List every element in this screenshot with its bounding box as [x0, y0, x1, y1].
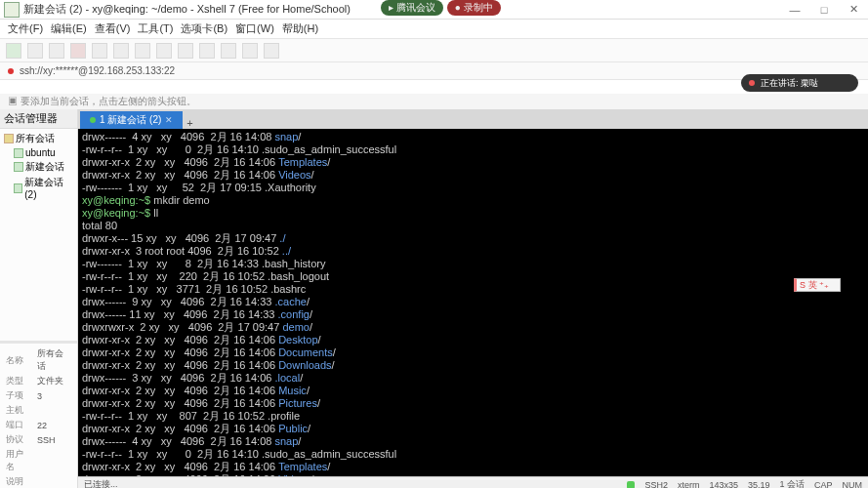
session-icon — [14, 162, 23, 172]
connection-status-icon — [8, 68, 14, 74]
status-term: xterm — [678, 480, 700, 489]
menu-bar: 文件(F) 编辑(E) 查看(V) 工具(T) 选项卡(B) 窗口(W) 帮助(… — [0, 20, 868, 39]
hint-text: ▣ 要添加当前会话，点击左侧的箭头按钮。 — [8, 95, 196, 108]
voice-dot-icon — [749, 80, 755, 86]
status-ssh: SSH2 — [644, 480, 668, 489]
copy-icon[interactable] — [92, 43, 107, 59]
status-lamp-icon — [627, 481, 635, 489]
tab-session[interactable]: 1 新建会话 (2) ✕ — [80, 111, 183, 129]
menu-file[interactable]: 文件(F) — [6, 21, 45, 36]
session-tree[interactable]: 所有会话 ubuntu 新建会话 新建会话 (2) — [0, 129, 77, 341]
menu-help[interactable]: 帮助(H) — [280, 21, 320, 36]
tab-status-icon — [90, 117, 96, 123]
status-pos: 35,19 — [748, 480, 770, 489]
status-sessions: 1 会话 — [779, 478, 805, 488]
help-icon[interactable] — [264, 43, 279, 59]
maximize-button[interactable]: □ — [809, 0, 839, 20]
minimize-button[interactable]: — — [780, 0, 809, 20]
tree-root[interactable]: 所有会话 — [2, 131, 75, 146]
disconnect-icon[interactable] — [70, 43, 86, 59]
address-text[interactable]: ssh://xy:******@192.168.253.133:22 — [20, 65, 175, 76]
color-icon[interactable] — [178, 43, 193, 59]
paste-icon[interactable] — [113, 43, 129, 59]
hint-bar: ▣ 要添加当前会话，点击左侧的箭头按钮。 — [0, 94, 868, 109]
status-size: 143x35 — [709, 480, 738, 489]
session-icon — [14, 183, 22, 193]
tree-item[interactable]: 新建会话 (2) — [2, 175, 75, 201]
meeting-overlay: ▸ 腾讯会议 ● 录制中 — [381, 0, 501, 16]
key-icon[interactable] — [221, 43, 236, 59]
reconnect-icon[interactable] — [49, 43, 64, 59]
add-tab-button[interactable]: + — [183, 117, 196, 129]
menu-tab[interactable]: 选项卡(B) — [179, 21, 229, 36]
recording-pill[interactable]: ● 录制中 — [447, 0, 501, 16]
folder-icon — [4, 134, 14, 143]
ime-indicator[interactable]: S 英 ⁺₊ — [794, 278, 841, 292]
status-bar: 已连接... SSH2 xterm 143x35 35,19 1 会话 CAP … — [78, 476, 868, 488]
menu-edit[interactable]: 编辑(E) — [49, 21, 89, 36]
terminal-output[interactable]: drwx------ 4 xy xy 4096 2月 16 14:08 snap… — [78, 129, 868, 488]
new-session-icon[interactable] — [6, 43, 21, 59]
transfer-icon[interactable] — [242, 43, 258, 59]
menu-view[interactable]: 查看(V) — [93, 21, 133, 36]
props-icon[interactable] — [156, 43, 172, 59]
voice-text: 正在讲话: 栗哒 — [761, 77, 818, 90]
menu-tools[interactable]: 工具(T) — [136, 21, 175, 36]
sidebar-title: 会话管理器 — [0, 109, 77, 129]
tab-close-icon[interactable]: ✕ — [165, 115, 173, 125]
voice-indicator: 正在讲话: 栗哒 — [741, 74, 858, 92]
status-connected: 已连接... — [84, 478, 118, 488]
session-icon — [14, 148, 23, 158]
tencent-meeting-pill[interactable]: ▸ 腾讯会议 — [381, 0, 443, 16]
find-icon[interactable] — [135, 43, 150, 59]
close-button[interactable]: ✕ — [839, 0, 868, 20]
open-icon[interactable] — [27, 43, 43, 59]
tool-bar — [0, 39, 868, 62]
address-bar: ssh://xy:******@192.168.253.133:22 — [0, 62, 868, 80]
menu-window[interactable]: 窗口(W) — [233, 21, 276, 36]
tab-label: 1 新建会话 (2) — [100, 113, 161, 127]
tree-item[interactable]: ubuntu — [2, 146, 75, 159]
app-icon — [4, 2, 20, 18]
status-num: NUM — [843, 480, 863, 489]
tree-item[interactable]: 新建会话 — [2, 159, 75, 175]
session-sidebar: 会话管理器 所有会话 ubuntu 新建会话 新建会话 (2) 名称所有会话 类… — [0, 109, 78, 488]
status-caps: CAP — [814, 480, 833, 489]
properties-panel: 名称所有会话 类型文件夹 子项3 主机 端口22 协议SSH 用户名 说明 — [0, 344, 77, 488]
font-icon[interactable] — [199, 43, 215, 59]
terminal-tabs: 1 新建会话 (2) ✕ + — [78, 109, 868, 129]
